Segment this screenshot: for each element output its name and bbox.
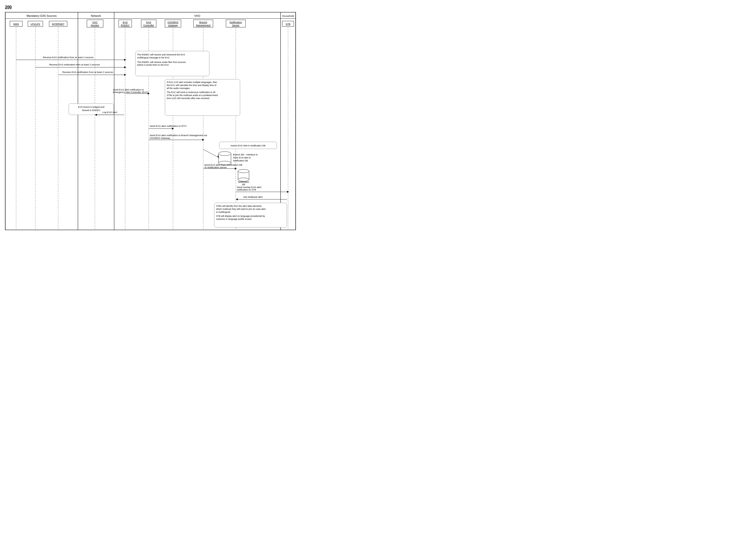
svg-rect-9 <box>281 12 296 230</box>
svg-text:EAS Event is lodged and: EAS Event is lodged and <box>78 105 104 108</box>
svg-rect-88 <box>218 154 231 163</box>
svg-point-90 <box>218 161 231 165</box>
svg-text:Receive EAS notification from : Receive EAS notification from at least 2… <box>49 63 100 66</box>
svg-text:all the audio messages.: all the audio messages. <box>167 87 190 89</box>
svg-text:STB: STB <box>285 23 291 25</box>
svg-text:Branch DB – Interface to: Branch DB – Interface to <box>233 154 258 156</box>
svg-text:multilingual message to the EA: multilingual message to the EAC <box>137 56 170 59</box>
svg-marker-52 <box>124 66 126 68</box>
svg-rect-14 <box>28 21 43 26</box>
svg-text:Receive EAS notification from : Receive EAS notification from at least 2… <box>62 71 113 74</box>
svg-text:Controller: Controller <box>143 24 154 26</box>
svg-rect-3 <box>78 12 114 230</box>
svg-marker-97 <box>235 168 237 170</box>
svg-text:Gateway: Gateway <box>168 24 178 26</box>
svg-marker-77 <box>95 114 97 116</box>
svg-text:customer in language profile s: customer in language profile screen. <box>216 218 252 220</box>
svg-text:Join Multicast alert: Join Multicast alert <box>243 196 263 198</box>
svg-text:ENDEC: ENDEC <box>121 24 130 26</box>
svg-text:Send EAS alert notification to: Send EAS alert notification to IPTV <box>150 125 187 127</box>
svg-rect-6 <box>114 12 280 230</box>
svg-text:VOC: VOC <box>92 21 98 24</box>
svg-text:Log EAS Alert: Log EAS Alert <box>102 111 117 114</box>
svg-text:Management: Management <box>196 24 210 26</box>
svg-text:Notification DB: Notification DB <box>233 159 248 162</box>
svg-text:STBs will identify from the al: STBs will identify from the alert data e… <box>216 205 261 207</box>
svg-marker-83 <box>202 139 204 141</box>
svg-rect-57 <box>135 51 209 76</box>
svg-rect-30 <box>194 20 213 27</box>
svg-marker-80 <box>172 127 174 129</box>
svg-text:Store EAS alert in: Store EAS alert in <box>233 156 251 159</box>
svg-rect-36 <box>282 21 294 26</box>
svg-point-89 <box>218 152 231 156</box>
svg-rect-73 <box>69 103 114 115</box>
svg-text:Stored in ENDEC: Stored in ENDEC <box>82 109 101 112</box>
svg-text:STBs to join the multicast aud: STBs to join the multicast audio at a pr… <box>167 94 218 97</box>
svg-rect-27 <box>165 20 181 27</box>
svg-rect-18 <box>87 20 103 27</box>
svg-text:NWS: NWS <box>13 23 19 25</box>
svg-text:Household: Household <box>282 15 294 17</box>
svg-rect-21 <box>119 20 132 27</box>
svg-point-101 <box>238 169 249 173</box>
svg-marker-110 <box>236 198 238 200</box>
page-number: 200 <box>5 5 296 9</box>
svg-text:INTERNET: INTERNET <box>52 23 64 25</box>
svg-line-94 <box>203 149 218 157</box>
svg-text:Send EAS alert from Notificati: Send EAS alert from Notification DB <box>204 163 242 166</box>
svg-marker-49 <box>124 59 126 61</box>
svg-text:OSS/BSS: OSS/BSS <box>167 21 179 24</box>
svg-text:LP1/LP2: LP1/LP2 <box>31 23 40 25</box>
svg-text:VHO: VHO <box>194 14 200 17</box>
diagram-container: Mandatory EAS Sources Network VHO Househ… <box>5 12 296 230</box>
svg-text:time (120-180 seconds) after w: time (120-180 seconds) after was receive… <box>167 97 210 100</box>
svg-text:Server: Server <box>232 24 240 26</box>
svg-rect-33 <box>226 20 245 27</box>
svg-marker-63 <box>148 93 150 95</box>
svg-text:Emergency Alert Controller (EA: Emergency Alert Controller (EAC) <box>113 91 149 94</box>
svg-text:The ENDEC will retrieve audio : The ENDEC will retrieve audio files from… <box>137 61 186 63</box>
svg-text:Inserts EAS Alert in Notificat: Inserts EAS Alert in Notification DB <box>231 144 265 147</box>
svg-text:Notification: Notification <box>238 181 249 183</box>
svg-text:before it sends them to  the E: before it sends them to the EAC <box>137 64 169 66</box>
svg-rect-16 <box>49 21 67 26</box>
svg-text:is multilingual): is multilingual) <box>216 211 230 213</box>
svg-text:the EAC will calculate the tim: the EAC will calculate the time and disp… <box>167 84 216 86</box>
svg-point-102 <box>238 178 249 181</box>
svg-marker-106 <box>287 191 289 193</box>
svg-text:Send EAS alert notification to: Send EAS alert notification to Branch Ma… <box>150 134 207 137</box>
svg-text:Branch: Branch <box>199 21 208 24</box>
svg-text:Mandatory EAS Sources: Mandatory EAS Sources <box>26 14 57 17</box>
svg-text:STB will display alert on lang: STB will display alert on language prese… <box>216 215 265 217</box>
svg-text:Monitor: Monitor <box>91 24 99 26</box>
svg-rect-0 <box>5 12 78 230</box>
svg-rect-12 <box>10 21 22 26</box>
svg-text:EAS: EAS <box>146 21 151 24</box>
svg-text:Send overlay EAS alert: Send overlay EAS alert <box>237 186 261 188</box>
svg-text:The ENDEC will receive and  re: The ENDEC will receive and retransmit th… <box>137 54 185 56</box>
svg-text:DB: DB <box>242 183 245 186</box>
svg-rect-66 <box>165 79 240 116</box>
svg-marker-55 <box>124 74 126 76</box>
svg-marker-95 <box>217 155 219 158</box>
svg-text:Send EAS alert notification to: Send EAS alert notification to <box>113 88 144 91</box>
svg-text:notification to STB: notification to STB <box>237 188 256 191</box>
svg-rect-100 <box>238 171 249 180</box>
svg-text:OSS/BSS Gateway: OSS/BSS Gateway <box>150 137 170 139</box>
svg-rect-24 <box>141 20 156 27</box>
svg-text:EAS: EAS <box>123 21 127 24</box>
svg-text:Receive EAS notification from : Receive EAS notification from at least 2… <box>43 56 94 59</box>
svg-text:To Notification Server: To Notification Server <box>204 166 227 169</box>
svg-text:The EAC will send a continuous: The EAC will send a continuous notificat… <box>167 91 215 94</box>
svg-rect-86 <box>219 142 277 149</box>
svg-text:Network: Network <box>91 14 101 17</box>
svg-text:If EAS CAP alert includes mult: If EAS CAP alert includes multiple langu… <box>167 81 217 83</box>
svg-text:Notification: Notification <box>230 21 242 24</box>
svg-text:which multicast they will need: which multicast they will need to join (… <box>216 208 265 210</box>
svg-rect-112 <box>214 203 287 227</box>
